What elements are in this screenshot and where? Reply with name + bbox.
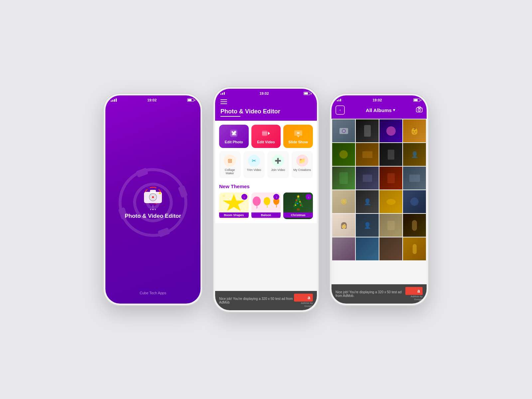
svg-point-43 [421, 108, 422, 109]
join-label: Join Video [271, 168, 285, 172]
hamburger-menu[interactable] [215, 97, 317, 107]
signal-bar-2 [112, 100, 113, 102]
ad-text-gallery: Nice job! You're displaying a 320 x 50 t… [335, 290, 405, 298]
photo-cell-12[interactable] [403, 167, 426, 190]
svg-point-13 [159, 192, 161, 194]
theme-balloon[interactable]: ↓ Baloon [251, 193, 281, 219]
photo-cell-17[interactable]: 👩 [332, 214, 355, 237]
photo-cell-23[interactable] [379, 237, 402, 260]
albums-label: All Albums [366, 107, 392, 113]
hamburger-icon [220, 99, 312, 104]
photo-17: 👩 [332, 214, 355, 237]
main-screen-inner: 19:02 [215, 89, 317, 310]
hamburger-line-1 [220, 99, 227, 100]
photo-cell-6[interactable] [356, 143, 379, 166]
photo-10 [356, 167, 379, 190]
download-christmas[interactable]: ↓ [306, 194, 312, 200]
photo-cell-7[interactable] [379, 143, 402, 166]
sig-2 [338, 99, 339, 101]
edit-photo-button[interactable]: Edit Photo [219, 125, 249, 148]
svg-point-16 [232, 131, 233, 133]
ad-right-gallery: a AdMob by Google [405, 287, 423, 301]
photo-15 [379, 190, 402, 213]
trim-label: Trim Video [247, 168, 261, 172]
trim-icon: ✂ [248, 155, 260, 167]
photo-16 [403, 190, 426, 213]
photo-cell-22[interactable] [356, 237, 379, 260]
svg-point-14 [152, 196, 154, 198]
signal-bar-4 [116, 98, 117, 102]
svg-point-33 [296, 200, 297, 201]
app-title-underline [220, 116, 240, 117]
photo-cell-16[interactable] [403, 190, 426, 213]
trim-video-button[interactable]: ✂ Trim Video [243, 151, 265, 178]
app-title: Photo & Video Editor [220, 108, 312, 115]
splash-title: Photo & Video Editor [125, 213, 181, 219]
photo-cell-2[interactable] [356, 119, 379, 142]
download-boom[interactable]: ↓ [241, 194, 247, 200]
photo-cell-19[interactable] [379, 214, 402, 237]
app-header: 19:02 [215, 89, 317, 121]
photo-cell-8[interactable]: 👤 [403, 143, 426, 166]
phone-main: 19:02 [213, 86, 319, 313]
photo-cell-3[interactable] [379, 119, 402, 142]
photo-cell-11[interactable] [379, 167, 402, 190]
edit-photo-label: Edit Photo [225, 140, 243, 144]
collage-maker-button[interactable]: ⊞ Collage Maker [219, 151, 241, 178]
svg-point-28 [264, 197, 270, 205]
splash-body: Photo & Video Editor Cube Tech Apps [105, 103, 200, 302]
theme-christmas[interactable]: ↓ Christmas [283, 193, 313, 219]
battery-rect-main [304, 92, 310, 95]
svg-point-34 [299, 201, 301, 202]
photo-cell-21[interactable] [332, 237, 355, 260]
battery-rect [187, 98, 194, 102]
photo-cell-24[interactable] [403, 237, 426, 260]
collage-label: Collage Maker [220, 168, 239, 175]
battery-fill [188, 99, 192, 101]
photo-cell-15[interactable] [379, 190, 402, 213]
photo-14: 👤 [356, 190, 379, 213]
splash-footer: Cube Tech Apps [140, 291, 166, 295]
slide-show-button[interactable]: Slide Show [283, 125, 313, 148]
phones-container: 19:02 [103, 86, 429, 313]
signal-bar-3 [114, 99, 115, 102]
slide-show-icon [294, 129, 303, 138]
photo-cell-18[interactable]: 👤 [356, 214, 379, 237]
my-creations-button[interactable]: 📁 My Creations [292, 151, 313, 178]
photo-cell-20[interactable] [403, 214, 426, 237]
albums-title: All Albums ▾ [366, 107, 395, 113]
photo-cell-1[interactable] [332, 119, 355, 142]
photo-cell-4[interactable]: 👶 [403, 119, 426, 142]
photo-cell-5[interactable] [332, 143, 355, 166]
photo-cell-10[interactable] [356, 167, 379, 190]
svg-point-35 [297, 203, 298, 204]
photo-cell-14[interactable]: 👤 [356, 190, 379, 213]
battery-tip-g [421, 99, 421, 101]
ad-right-main: a AdMob by Google [294, 294, 313, 308]
photo-8: 👤 [403, 143, 426, 166]
battery-splash [187, 98, 195, 102]
photo-18: 👤 [356, 214, 379, 237]
photo-23 [379, 237, 402, 260]
svg-rect-6 [178, 185, 188, 198]
join-video-button[interactable]: ➕ Join Video [267, 151, 289, 178]
status-bar-main: 19:02 [215, 89, 317, 97]
christmas-tree-icon [292, 194, 305, 212]
photo-grid: 👶 [332, 119, 427, 261]
clock-splash: 19:02 [147, 98, 157, 102]
theme-boom-shapes[interactable]: ↓ Boom Shapes [219, 193, 249, 219]
camera-logo [141, 186, 165, 210]
main-screen: 19:02 [215, 89, 317, 310]
photo-cell-9[interactable] [332, 167, 355, 190]
gallery-scrollable: 👶 [332, 119, 427, 284]
join-icon: ➕ [272, 155, 284, 167]
phone-splash: 19:02 [103, 93, 203, 306]
photo-cell-13[interactable]: 🪙 [332, 190, 355, 213]
svg-rect-9 [150, 190, 156, 193]
hamburger-line-2 [220, 101, 227, 102]
camera-button[interactable] [416, 106, 423, 114]
edit-photo-icon [229, 129, 238, 138]
back-button[interactable]: ‹ [335, 105, 345, 115]
dropdown-chevron-icon[interactable]: ▾ [393, 108, 395, 112]
edit-video-button[interactable]: Edit Video [251, 125, 281, 148]
